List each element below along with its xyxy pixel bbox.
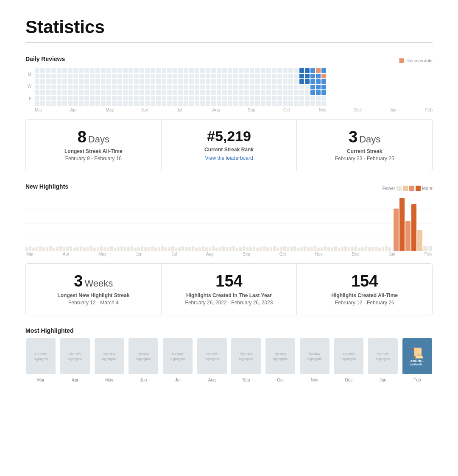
heatmap-cell xyxy=(40,90,45,95)
heatmap-cell xyxy=(316,79,321,84)
heatmap-cell xyxy=(184,68,188,73)
heatmap-cell xyxy=(84,74,89,78)
svg-rect-92 xyxy=(321,247,323,251)
svg-rect-47 xyxy=(168,247,170,251)
heatmap-cell xyxy=(173,79,177,84)
heatmap-cell xyxy=(299,101,304,106)
fewer-label: Fewer xyxy=(382,186,395,191)
heatmap-col xyxy=(35,68,39,106)
heatmap-cell xyxy=(316,74,321,78)
heatmap-cell xyxy=(112,79,117,84)
svg-rect-113 xyxy=(394,209,399,251)
svg-rect-105 xyxy=(365,246,367,251)
heatmap-cell xyxy=(283,101,288,106)
heatmap-cell xyxy=(62,85,67,89)
heatmap-cell xyxy=(35,96,39,100)
svg-rect-53 xyxy=(188,247,191,251)
heatmap-col xyxy=(288,68,293,106)
heatmap-cell xyxy=(167,74,172,78)
svg-rect-78 xyxy=(273,246,276,251)
heatmap-col xyxy=(178,68,183,106)
highlight-streak-date: February 12 - March 4 xyxy=(34,300,153,306)
heatmap-cell xyxy=(294,90,299,95)
book-cover-aug: No newhighlights xyxy=(197,338,227,374)
streak-rank-label: Current Streak Rank xyxy=(170,147,288,153)
heatmap-cell xyxy=(40,96,45,100)
heatmap-cell xyxy=(217,90,221,95)
month-labels: MarAprMayJunJulAugSepOctNovDecJanFeb xyxy=(35,108,433,112)
heatmap-cell xyxy=(244,79,249,84)
heatmap-cell xyxy=(46,90,50,95)
svg-rect-72 xyxy=(253,246,255,251)
daily-reviews-title: Daily Reviews xyxy=(25,56,65,62)
svg-rect-37 xyxy=(134,248,137,251)
heatmap-cell xyxy=(184,101,188,106)
heatmap-cell xyxy=(35,79,39,84)
streak-rank-card: #5,219 Current Streak Rank View the lead… xyxy=(162,120,297,171)
svg-rect-19 xyxy=(73,248,75,251)
heatmap-col xyxy=(316,68,321,106)
heatmap-cell xyxy=(73,74,78,78)
heatmap-cell xyxy=(79,85,84,89)
heatmap-cell xyxy=(217,85,221,89)
heatmap-cell xyxy=(321,85,326,89)
heatmap-cell xyxy=(305,90,310,95)
page-title: Statistics xyxy=(25,17,433,37)
heatmap-cell xyxy=(178,101,183,106)
heatmap-cell xyxy=(211,79,216,84)
svg-rect-55 xyxy=(195,248,198,251)
heatmap-cell xyxy=(57,90,61,95)
svg-rect-68 xyxy=(239,247,242,251)
heatmap-cell xyxy=(106,79,111,84)
svg-rect-11 xyxy=(46,247,48,251)
svg-rect-52 xyxy=(185,247,187,251)
heatmap-cell xyxy=(101,79,106,84)
heatmap-cell xyxy=(250,79,254,84)
heatmap-cell xyxy=(140,90,144,95)
heatmap-cell xyxy=(57,68,61,73)
daily-reviews-header: Daily Reviews Recoverable xyxy=(25,56,433,66)
heatmap-cell xyxy=(250,101,254,106)
heatmap-cell xyxy=(178,68,183,73)
heatmap-cell xyxy=(189,79,194,84)
heatmap-cell xyxy=(266,96,271,100)
book-cover-jan: No newhighlights xyxy=(368,338,398,374)
heatmap-cell xyxy=(84,79,89,84)
svg-rect-63 xyxy=(222,246,225,251)
heatmap-col xyxy=(233,68,238,106)
heatmap-cell xyxy=(272,90,276,95)
heatmap-cell xyxy=(266,68,271,73)
heatmap-cell xyxy=(244,96,249,100)
heatmap-cell xyxy=(288,90,293,95)
heatmap-cell xyxy=(117,74,122,78)
book-card-feb[interactable]: 📜 Anki Ma...ankiweb... Feb xyxy=(402,338,433,382)
heatmap-cell xyxy=(206,74,210,78)
heatmap-cell xyxy=(106,90,111,95)
book-cover-apr: No newhighlights xyxy=(60,338,90,374)
heatmap-cell xyxy=(189,85,194,89)
heatmap-cell xyxy=(134,96,139,100)
svg-rect-114 xyxy=(399,198,405,251)
heatmap-cell xyxy=(40,101,45,106)
heatmap-cell xyxy=(173,90,177,95)
heatmap-cell xyxy=(228,96,232,100)
book-cover-feb[interactable]: 📜 Anki Ma...ankiweb... xyxy=(402,338,432,374)
svg-rect-81 xyxy=(283,246,286,251)
heatmap-col xyxy=(206,68,210,106)
heatmap-cell xyxy=(123,96,128,100)
most-highlighted-section: Most Highlighted No newhighlights Mar No… xyxy=(25,327,433,382)
longest-streak-card: 8Days Longest Streak All-Time February 9… xyxy=(26,120,162,171)
heatmap-cell xyxy=(217,96,221,100)
leaderboard-link[interactable]: View the leaderboard xyxy=(205,155,253,161)
heatmap-cell xyxy=(233,85,238,89)
heatmap-cell xyxy=(233,90,238,95)
heatmap-cell xyxy=(239,85,243,89)
heatmap-cell xyxy=(255,85,260,89)
svg-rect-94 xyxy=(327,247,330,251)
heatmap-col xyxy=(84,68,89,106)
heatmap-cell xyxy=(106,68,111,73)
svg-rect-97 xyxy=(338,248,340,251)
heatmap-cell xyxy=(294,101,299,106)
heatmap-cell xyxy=(145,90,150,95)
heatmap-cell xyxy=(140,74,144,78)
